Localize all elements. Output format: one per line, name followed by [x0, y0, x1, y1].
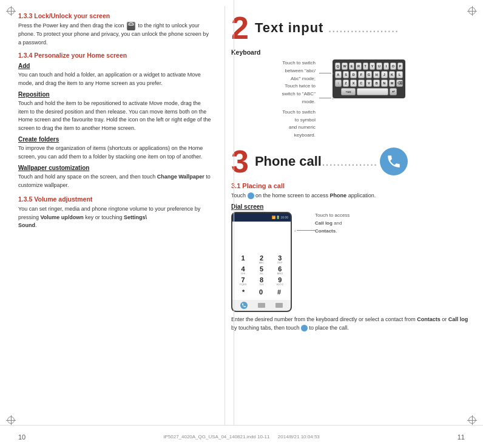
kb-key-space: [357, 88, 388, 95]
kb-label-symbol: Touch to switchto symboland numerickeybo…: [231, 109, 316, 140]
kb-key-x: X: [350, 80, 357, 87]
dial-hash: #: [277, 288, 281, 296]
kb-key-enter: ↵: [390, 88, 397, 95]
kb-key-u: U: [376, 63, 382, 70]
section-134: 1.3.4 Personalize your Home screen Add Y…: [18, 52, 212, 189]
create-heading: Create folders: [18, 136, 212, 143]
dial-screen-section: 📶 🔋 16:06 1 2 ABC 3: [231, 212, 471, 312]
keyboard-grid: Q W E R T Y U I O P A S: [333, 59, 405, 98]
kb-key-f: F: [358, 71, 365, 78]
dial-key-4: 4 GHI: [235, 266, 251, 275]
phone-bottom-bar: [232, 300, 291, 311]
section-31: 3.1 Placing a call Touch on the home scr…: [231, 182, 471, 211]
s135-body: You can set ringer, media and phone ring…: [18, 205, 212, 230]
kb-key-s: S: [343, 71, 350, 78]
s31-heading: 3.1 Placing a call: [231, 182, 471, 189]
section3-title: Phone call: [255, 154, 322, 169]
dial-bottom-row: * 0 #: [235, 288, 288, 296]
status-bar-text: 📶 🔋 16:06: [272, 216, 288, 219]
keyboard-section: Touch to switchbetween "abc/Abc" mode;To…: [231, 59, 471, 140]
footer-center: IP5027_4020A_QG_USA_04_140821.indd 10-11…: [32, 434, 451, 440]
section31-footer: Enter the desired number from the keyboa…: [231, 316, 471, 332]
dial-heading: Dial screen: [231, 203, 471, 210]
kb-arrows: › ›: [319, 59, 331, 102]
crosshair-bottomright: [467, 415, 477, 425]
dial-zero: 0: [259, 288, 263, 296]
page-container: 1.3.3 Lock/Unlock your screen Press the …: [0, 0, 483, 425]
section2-title-group: Text input ...................: [255, 20, 399, 36]
kb-label-switch: Touch to switchbetween "abc/Abc" mode;To…: [231, 59, 316, 106]
kb-row-2: A S D F G H J K L: [335, 71, 403, 78]
kb-key-g: G: [366, 71, 373, 78]
kb-row-3: ↑ Z X C V B N M ⌫: [335, 80, 403, 87]
kb-key-z: Z: [343, 80, 350, 87]
s31-text: Touch on the home screen to access Phone…: [231, 192, 471, 200]
dial-key-2: 2 ABC: [253, 255, 269, 264]
right-column: 2 Text input ................... Keyboar…: [225, 6, 483, 425]
kb-key-shift: ↑: [335, 80, 342, 87]
dial-arrow-line: ‹: [297, 230, 315, 231]
kb-key-o: O: [390, 63, 396, 70]
contacts-icon: [258, 303, 265, 308]
kb-key-p: P: [397, 63, 403, 70]
s133-body: Press the Power key and then drag the ic…: [18, 22, 212, 47]
section2-dots: ...................: [328, 20, 399, 35]
dial-grid: 1 2 ABC 3 DEF 4 GHI: [235, 255, 288, 286]
column-divider: [234, 0, 234, 425]
footer-page-left: 10: [18, 433, 25, 441]
kb-key-t: T: [363, 63, 368, 70]
dial-key-1: 1: [235, 255, 251, 264]
kb-key-back: ⌫: [396, 80, 403, 87]
phone-call-icon: [240, 302, 248, 309]
kb-row-4: ?123 ↵: [335, 88, 403, 95]
reposition-heading: Reposition: [18, 91, 212, 98]
kb-key-i: I: [383, 63, 389, 70]
wallpaper-heading: Wallpaper customization: [18, 165, 212, 171]
phone-status-bar: 📶 🔋 16:06: [232, 213, 291, 222]
kb-key-j: J: [381, 71, 388, 78]
kb-key-c: C: [358, 80, 365, 87]
phone-icon-large: [380, 148, 408, 175]
phone-icon-footer: [301, 325, 308, 331]
section3-title-group: Phone call ...............: [255, 148, 408, 175]
add-heading: Add: [18, 63, 212, 69]
kb-key-e: E: [349, 63, 354, 70]
phone-dial-content: 1 2 ABC 3 DEF 4 GHI: [232, 222, 291, 300]
phone-svg: [386, 154, 402, 169]
menu-icon: [275, 303, 283, 308]
section2-title: Text input: [255, 20, 328, 35]
keyboard-labels: Touch to switchbetween "abc/Abc" mode;To…: [231, 59, 319, 140]
dial-key-7: 7 PQRS: [235, 277, 251, 286]
kb-arrow-bottom: ›: [319, 98, 331, 98]
crosshair-bottomleft: [6, 415, 16, 425]
create-text: To improve the organization of items (sh…: [18, 144, 212, 161]
kb-key-d: D: [350, 71, 357, 78]
section-135: 1.3.5 Volume adjustment You can set ring…: [18, 195, 212, 230]
kb-key-r: R: [356, 63, 361, 70]
footer-date: 2014/8/21 10:04:53: [278, 434, 320, 440]
footer-page-right: 11: [458, 433, 465, 441]
kb-key-h: H: [373, 71, 380, 78]
section-133: 1.3.3 Lock/Unlock your screen Press the …: [18, 12, 212, 47]
crosshair-topright: [467, 6, 477, 16]
kb-key-a: A: [335, 71, 342, 78]
s134-heading: 1.3.4 Personalize your Home screen: [18, 52, 212, 59]
left-column: 1.3.3 Lock/Unlock your screen Press the …: [0, 6, 225, 425]
dial-labels: Touch to access Call log and Contacts.: [315, 212, 350, 235]
dial-arrow-labels: ‹ Touch to access Call log and Contacts.: [297, 212, 350, 247]
dial-key-9: 9 WXYZ: [272, 277, 288, 286]
crosshair-topleft: [6, 6, 16, 16]
dial-key-6: 6 MNO: [272, 266, 288, 275]
dial-key-5: 5 JKL: [253, 266, 269, 275]
keyboard-image: Q W E R T Y U I O P A S: [333, 59, 405, 98]
wallpaper-text: Touch and hold any space on the screen, …: [18, 173, 212, 189]
footer-bar: 10 IP5027_4020A_QG_USA_04_140821.indd 10…: [0, 425, 483, 448]
kb-key-sym: ?123: [341, 88, 356, 95]
kb-key-l: L: [396, 71, 403, 78]
kb-key-w: W: [342, 63, 347, 70]
phone-screenshot: 📶 🔋 16:06 1 2 ABC 3: [231, 212, 292, 312]
phone-icon-inline: [248, 192, 254, 199]
reposition-text: Touch and hold the item to be reposition…: [18, 100, 212, 132]
lock-icon: [127, 22, 135, 30]
keyboard-label: Keyboard: [231, 49, 471, 56]
